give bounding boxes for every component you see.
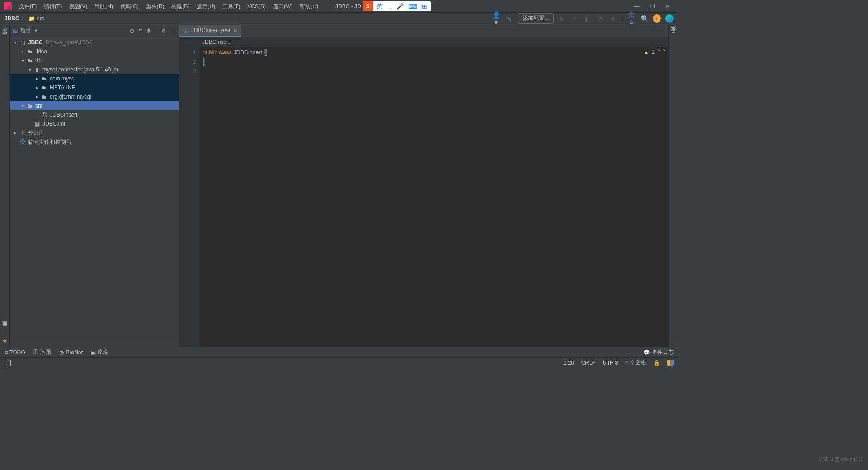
window-title: JDBC - JD xyxy=(335,3,361,9)
menu-run[interactable]: 运行(U) xyxy=(193,0,219,13)
tree-label: src xyxy=(35,103,42,109)
prev-highlight-icon[interactable]: ˄ xyxy=(657,49,660,55)
file-encoding[interactable]: UTF-8 xyxy=(603,360,618,366)
minimize-button[interactable]: — xyxy=(634,3,640,9)
tree-package-metainf[interactable]: ▸🖿META-INF xyxy=(10,83,179,92)
menu-tools[interactable]: 工具(T) xyxy=(219,0,244,13)
maximize-button[interactable]: ❐ xyxy=(650,3,655,9)
structure-num-icon: ⊞ xyxy=(3,27,7,32)
terminal-tool-button[interactable]: ▣终端 xyxy=(91,348,108,356)
close-button[interactable]: ✕ xyxy=(665,3,670,9)
line-number[interactable]: 3 xyxy=(179,67,196,76)
tree-external-libs[interactable]: ▸⫴外部库 xyxy=(10,128,179,137)
kw-public: public xyxy=(203,49,217,56)
ide-shield-icon[interactable] xyxy=(667,360,674,366)
ime-lang[interactable]: 英 xyxy=(373,2,386,10)
balloon-icon: 💬 xyxy=(643,349,650,356)
event-log-tool-button[interactable]: 💬事件日志 xyxy=(643,348,674,356)
next-highlight-icon[interactable]: ˅ xyxy=(663,49,665,55)
readonly-lock-icon[interactable]: 🔓 xyxy=(653,360,660,366)
tree-label: JDBC.iml xyxy=(42,121,65,127)
crumb-src[interactable]: src xyxy=(37,15,44,22)
stop-icon[interactable]: ■ xyxy=(609,15,617,22)
breadcrumb[interactable]: JDBC 〉 📁 src xyxy=(5,14,44,22)
tree-src-folder[interactable]: ▾🖿src xyxy=(10,101,179,110)
menu-build[interactable]: 构建(B) xyxy=(168,0,193,13)
watermark: CSDN @beixian110 xyxy=(819,456,863,462)
tree-label: META-INF xyxy=(50,85,75,91)
menu-file[interactable]: 文件(F) xyxy=(15,0,40,13)
crumb-root[interactable]: JDBC xyxy=(5,15,19,22)
line-number[interactable]: 1 xyxy=(179,48,196,57)
close-tab-icon[interactable]: ✕ xyxy=(233,28,237,33)
star-icon: ★ xyxy=(2,338,7,344)
menu-edit[interactable]: 编辑(E) xyxy=(40,0,66,13)
caret-position[interactable]: 1:26 xyxy=(563,360,574,366)
locate-icon[interactable]: ⊕ xyxy=(130,28,134,34)
menu-refactor[interactable]: 重构(R) xyxy=(142,0,168,13)
collapse-all-icon[interactable]: ⇟ xyxy=(146,28,151,34)
tree-lib-folder[interactable]: ▾🖿lib xyxy=(10,56,179,65)
classname: JDBCInsert xyxy=(233,49,262,56)
expand-all-icon[interactable]: ≡ xyxy=(139,28,142,34)
database-icon[interactable]: 🗄 xyxy=(671,27,676,33)
gutter[interactable]: 1 2 3 xyxy=(179,47,200,347)
project-header: ▤ 项目 ▼ ⊕ ≡ ⇟ | ⚙ — xyxy=(10,24,179,37)
indent-setting[interactable]: 4 个空格 xyxy=(625,359,646,367)
problems-tool-button[interactable]: ⓘ问题 xyxy=(33,348,51,356)
project-view-icon: ▤ xyxy=(13,28,18,34)
ime-keyboard-icon[interactable]: ⌨ xyxy=(406,3,420,10)
debug-icon[interactable]: ⌖ xyxy=(571,14,579,22)
menu-code[interactable]: 代码(C) xyxy=(117,0,142,13)
translate-icon[interactable]: 文A xyxy=(627,11,636,26)
hide-icon[interactable]: — xyxy=(171,28,176,34)
ime-bar[interactable]: S 英 ., 🎤 ⌨ ⊞ xyxy=(363,1,431,11)
tree-label: JDBCInsert xyxy=(50,112,77,118)
tool-windows-toggle-icon[interactable] xyxy=(5,360,11,366)
tree-package-com-mysql[interactable]: ▸🖿com.mysql xyxy=(10,74,179,83)
inspection-widget[interactable]: ▲ 1 ˄ ˅ xyxy=(643,49,665,55)
editor-breadcrumb[interactable]: JDBCInsert xyxy=(179,37,668,47)
label: 事件日志 xyxy=(652,348,674,356)
profile-icon[interactable]: ◔ xyxy=(596,15,604,22)
gear-icon[interactable]: ⚙ xyxy=(161,28,166,34)
project-tree[interactable]: ▾▢ JDBC D:\java_code\JDBC ▸🖿.idea ▾🖿lib … xyxy=(10,37,179,347)
editor-tab-jdbcinsert[interactable]: Ⓒ JDBCInsert.java ✕ xyxy=(179,25,241,37)
ime-mic-icon[interactable]: 🎤 xyxy=(394,3,406,10)
update-icon[interactable]: ↑ xyxy=(653,14,661,23)
tree-jar[interactable]: ▾▮mysql-connector-java-5.1.49.jar xyxy=(10,65,179,74)
todo-tool-button[interactable]: ≡TODO xyxy=(5,349,25,356)
menu-navigate[interactable]: 导航(N) xyxy=(91,0,117,13)
menu-vcs[interactable]: VCS(S) xyxy=(244,0,269,13)
tree-module-root[interactable]: ▾▢ JDBC D:\java_code\JDBC xyxy=(10,38,179,47)
tree-idea-folder[interactable]: ▸🖿.idea xyxy=(10,47,179,56)
ime-grid-icon[interactable]: ⊞ xyxy=(420,3,431,10)
tree-iml-file[interactable]: ▦JDBC.iml xyxy=(10,119,179,128)
run-icon[interactable]: ▶ xyxy=(558,15,566,22)
tree-package-org-gjt[interactable]: ▸🖿org.gjt.mm.mysql xyxy=(10,92,179,101)
menu-help[interactable]: 帮助(H) xyxy=(296,0,322,13)
code-editor[interactable]: public class JDBCInsert { } xyxy=(200,47,668,347)
profiler-tool-button[interactable]: ◔Profiler xyxy=(59,349,83,356)
tree-scratches[interactable]: ⦿临时文件和控制台 xyxy=(10,137,179,146)
user-dropdown-icon[interactable]: 👤▾ xyxy=(492,11,500,26)
add-configuration-button[interactable]: 添加配置... xyxy=(518,13,554,24)
line-separator[interactable]: CRLF xyxy=(581,360,595,366)
project-title[interactable]: 项目 xyxy=(20,27,31,34)
coverage-icon[interactable]: ◧ xyxy=(584,15,592,22)
tree-label: com.mysql xyxy=(50,75,75,82)
avatar-icon[interactable] xyxy=(665,14,674,23)
search-icon[interactable]: 🔍 xyxy=(640,15,648,22)
menu-window[interactable]: 窗口(W) xyxy=(269,0,296,13)
line-number[interactable]: 2 xyxy=(179,57,196,67)
build-icon[interactable]: ⤡ xyxy=(505,15,513,22)
tree-label: org.gjt.mm.mysql xyxy=(50,94,91,100)
info-icon: ⓘ xyxy=(33,348,38,356)
tree-class-jdbcinsert[interactable]: ⒸJDBCInsert xyxy=(10,110,179,119)
menu-view[interactable]: 视图(V) xyxy=(66,0,91,13)
project-dropdown-icon[interactable]: ▼ xyxy=(34,28,38,33)
ime-punct-icon[interactable]: ., xyxy=(386,3,394,10)
editor-area: Ⓒ JDBCInsert.java ✕ JDBCInsert 1 2 3 pub… xyxy=(179,24,668,347)
breadcrumb-class[interactable]: JDBCInsert xyxy=(202,39,230,45)
code-area[interactable]: 1 2 3 public class JDBCInsert { } ▲ 1 ˄ … xyxy=(179,47,668,347)
